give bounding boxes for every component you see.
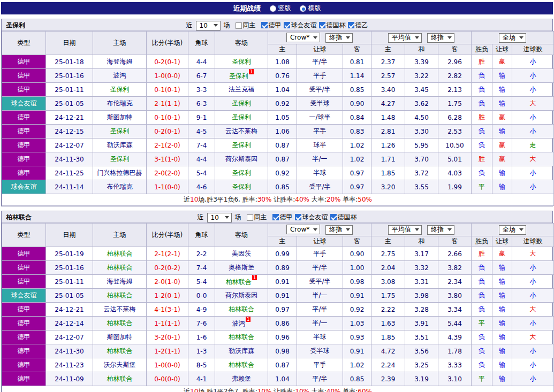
- away-team-cell[interactable]: 云达不莱梅: [215, 125, 268, 139]
- team-link[interactable]: 柏林联合: [229, 305, 254, 313]
- home-team-cell[interactable]: 圣保利: [93, 125, 147, 139]
- home-team-cell[interactable]: 柏林联合: [93, 372, 147, 386]
- team-link[interactable]: 圣保利: [232, 99, 251, 107]
- same-home-filter[interactable]: 同主: [247, 213, 267, 222]
- league-filter[interactable]: 德国杯: [319, 21, 346, 30]
- home-team-cell[interactable]: 圣保利: [93, 83, 147, 97]
- team-link[interactable]: 奥格斯堡: [229, 264, 254, 271]
- home-team-cell[interactable]: 布伦瑞克: [93, 97, 147, 111]
- team-link[interactable]: 弗赖堡: [232, 375, 251, 382]
- team-link[interactable]: 沃尔夫斯堡: [104, 361, 136, 368]
- team-link[interactable]: 柏林联合: [229, 361, 254, 368]
- home-team-cell[interactable]: 斯图加特: [93, 111, 147, 125]
- away-team-cell[interactable]: 弗赖堡: [215, 372, 268, 386]
- team-link[interactable]: 法兰克福: [229, 86, 254, 93]
- away-team-cell[interactable]: 勒沃库森: [215, 344, 268, 358]
- away-team-cell[interactable]: 柏林联合: [215, 358, 268, 372]
- team-link[interactable]: 柏林联合: [107, 291, 133, 299]
- scope-select[interactable]: 全场: [499, 33, 526, 43]
- league-filter[interactable]: 球会友谊: [295, 213, 328, 222]
- league-checkbox[interactable]: [330, 214, 337, 220]
- same-home-filter[interactable]: 同主: [236, 21, 256, 30]
- league-checkbox[interactable]: [295, 214, 301, 220]
- home-team-cell[interactable]: 柏林联合: [93, 344, 147, 358]
- team-link[interactable]: 圣保利: [232, 183, 251, 190]
- away-team-cell[interactable]: 荷尔斯泰因: [215, 152, 268, 166]
- scope-select[interactable]: 全场: [499, 225, 526, 235]
- away-team-cell[interactable]: 圣保利1: [215, 69, 268, 83]
- home-team-cell[interactable]: 布伦瑞克: [93, 180, 147, 194]
- league-filter[interactable]: 德甲: [261, 21, 282, 30]
- team-link[interactable]: 斯图加特: [107, 113, 133, 121]
- match-count-select[interactable]: 10: [196, 21, 221, 30]
- europe-source-select[interactable]: 平均值: [388, 225, 422, 235]
- team-link[interactable]: 美因茨: [232, 250, 251, 257]
- home-team-cell[interactable]: 云达不莱梅: [93, 303, 147, 317]
- league-checkbox[interactable]: [319, 22, 325, 28]
- team-link[interactable]: 门兴格拉德巴赫: [97, 169, 142, 176]
- away-team-cell[interactable]: 荷尔斯泰因: [215, 289, 268, 303]
- away-team-cell[interactable]: 圣保利: [215, 97, 268, 111]
- home-team-cell[interactable]: 柏林联合: [93, 289, 147, 303]
- asia-time-select[interactable]: 终指: [325, 225, 353, 235]
- team-link[interactable]: 柏林联合: [226, 278, 252, 286]
- team-link[interactable]: 柏林联合: [107, 250, 133, 257]
- home-team-cell[interactable]: 柏林联合: [93, 317, 147, 330]
- away-team-cell[interactable]: 波鸿1: [215, 317, 268, 330]
- away-team-cell[interactable]: 圣保利: [215, 139, 268, 152]
- home-team-cell[interactable]: 门兴格拉德巴赫: [93, 166, 147, 180]
- league-filter[interactable]: 球会友谊: [284, 21, 317, 30]
- radio-icon[interactable]: [270, 5, 276, 12]
- team-link[interactable]: 云达不莱梅: [225, 127, 257, 135]
- league-checkbox[interactable]: [261, 22, 268, 28]
- layout-radio-vertical[interactable]: 竖版: [270, 4, 291, 13]
- league-filter[interactable]: 德国杯: [330, 213, 357, 222]
- away-team-cell[interactable]: 圣保利: [215, 180, 268, 194]
- team-link[interactable]: 圣保利: [232, 58, 251, 65]
- layout-radio-horizontal[interactable]: 横版: [300, 4, 321, 13]
- team-link[interactable]: 圣保利: [229, 72, 248, 80]
- team-link[interactable]: 勒沃库森: [229, 347, 254, 355]
- team-link[interactable]: 海登海姆: [107, 278, 133, 285]
- away-team-cell[interactable]: 圣保利: [215, 111, 268, 125]
- home-team-cell[interactable]: 柏林联合: [93, 261, 147, 275]
- team-link[interactable]: 圣保利: [110, 155, 130, 163]
- team-link[interactable]: 圣保利: [110, 127, 130, 135]
- away-team-cell[interactable]: 法兰克福: [215, 83, 268, 97]
- team-link[interactable]: 勒沃库森: [107, 141, 133, 149]
- league-checkbox[interactable]: [284, 22, 290, 28]
- team-link[interactable]: 圣保利: [232, 113, 251, 121]
- away-team-cell[interactable]: 奥格斯堡: [215, 261, 268, 275]
- team-link[interactable]: 柏林联合: [107, 375, 133, 382]
- team-link[interactable]: 柏林联合: [229, 333, 254, 341]
- team-link[interactable]: 圣保利: [110, 86, 130, 93]
- same-home-checkbox[interactable]: [236, 22, 242, 29]
- team-link[interactable]: 柏林联合: [107, 264, 133, 271]
- asia-source-select[interactable]: Crow*: [286, 33, 320, 42]
- league-filter[interactable]: 德乙: [348, 21, 368, 30]
- team-link[interactable]: 云达不莱梅: [104, 305, 136, 313]
- away-team-cell[interactable]: 柏林联合: [215, 303, 268, 317]
- team-link[interactable]: 布伦瑞克: [107, 99, 133, 107]
- europe-time-select[interactable]: 终指: [427, 225, 454, 235]
- home-team-cell[interactable]: 勒沃库森: [93, 139, 147, 152]
- league-checkbox[interactable]: [272, 214, 279, 220]
- team-link[interactable]: 斯图加特: [107, 333, 133, 341]
- home-team-cell[interactable]: 海登海姆: [93, 275, 147, 289]
- league-filter[interactable]: 德甲: [272, 213, 293, 222]
- europe-time-select[interactable]: 终指: [427, 33, 454, 43]
- team-link[interactable]: 波鸿: [113, 72, 126, 79]
- team-link[interactable]: 布伦瑞克: [107, 183, 133, 190]
- team-link[interactable]: 荷尔斯泰因: [225, 291, 257, 299]
- team-link[interactable]: 柏林联合: [107, 347, 133, 355]
- home-team-cell[interactable]: 海登海姆: [93, 55, 147, 69]
- team-link[interactable]: 柏林联合: [107, 319, 133, 327]
- team-link[interactable]: 荷尔斯泰因: [225, 155, 257, 163]
- same-home-checkbox[interactable]: [247, 214, 253, 221]
- asia-time-select[interactable]: 终指: [325, 33, 353, 43]
- match-count-select[interactable]: 10: [207, 213, 232, 222]
- away-team-cell[interactable]: 美因茨: [215, 247, 268, 261]
- away-team-cell[interactable]: 圣保利: [215, 166, 268, 180]
- away-team-cell[interactable]: 柏林联合: [215, 330, 268, 344]
- home-team-cell[interactable]: 圣保利: [93, 152, 147, 166]
